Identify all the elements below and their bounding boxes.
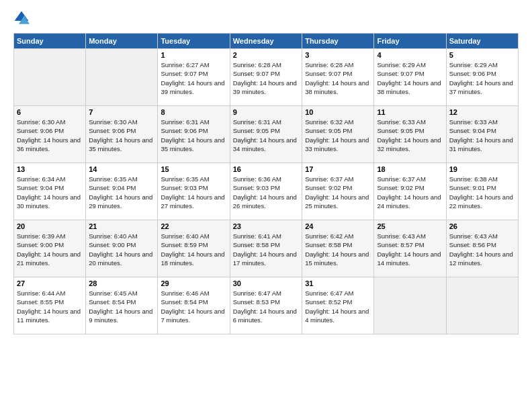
day-info: Sunrise: 6:40 AM Sunset: 9:00 PM Dayligh… [89, 232, 154, 267]
calendar-header-wednesday: Wednesday [230, 34, 302, 49]
day-number: 4 [377, 51, 443, 59]
calendar-cell: 19Sunrise: 6:38 AM Sunset: 9:01 PM Dayli… [446, 163, 518, 220]
day-number: 6 [17, 108, 83, 116]
calendar-cell: 28Sunrise: 6:45 AM Sunset: 8:54 PM Dayli… [86, 277, 158, 334]
day-info: Sunrise: 6:33 AM Sunset: 9:05 PM Dayligh… [377, 118, 443, 153]
day-info: Sunrise: 6:30 AM Sunset: 9:06 PM Dayligh… [89, 118, 154, 153]
day-number: 8 [161, 108, 226, 116]
day-info: Sunrise: 6:28 AM Sunset: 9:07 PM Dayligh… [233, 60, 299, 96]
calendar-cell [446, 277, 518, 334]
day-number: 19 [449, 165, 515, 173]
calendar-week-row: 6Sunrise: 6:30 AM Sunset: 9:06 PM Daylig… [14, 106, 519, 163]
day-number: 24 [305, 222, 371, 230]
day-info: Sunrise: 6:31 AM Sunset: 9:05 PM Dayligh… [233, 118, 299, 153]
calendar-cell [14, 49, 86, 106]
calendar-cell: 7Sunrise: 6:30 AM Sunset: 9:06 PM Daylig… [86, 106, 158, 163]
day-number: 2 [233, 51, 299, 59]
calendar-header-tuesday: Tuesday [158, 34, 230, 49]
day-info: Sunrise: 6:47 AM Sunset: 8:52 PM Dayligh… [305, 289, 371, 324]
calendar-cell: 25Sunrise: 6:43 AM Sunset: 8:57 PM Dayli… [374, 220, 446, 277]
calendar-cell: 13Sunrise: 6:34 AM Sunset: 9:04 PM Dayli… [14, 163, 86, 220]
day-info: Sunrise: 6:29 AM Sunset: 9:07 PM Dayligh… [377, 60, 443, 96]
calendar-header-row: SundayMondayTuesdayWednesdayThursdayFrid… [14, 34, 519, 49]
day-info: Sunrise: 6:42 AM Sunset: 8:58 PM Dayligh… [305, 232, 371, 267]
calendar-cell: 31Sunrise: 6:47 AM Sunset: 8:52 PM Dayli… [302, 277, 374, 334]
day-number: 3 [305, 51, 371, 59]
day-number: 28 [89, 279, 154, 287]
calendar-cell: 4Sunrise: 6:29 AM Sunset: 9:07 PM Daylig… [374, 49, 446, 106]
day-info: Sunrise: 6:37 AM Sunset: 9:02 PM Dayligh… [305, 175, 371, 210]
day-number: 12 [449, 108, 515, 116]
calendar-cell: 1Sunrise: 6:27 AM Sunset: 9:07 PM Daylig… [158, 49, 230, 106]
calendar-cell: 10Sunrise: 6:32 AM Sunset: 9:05 PM Dayli… [302, 106, 374, 163]
day-info: Sunrise: 6:31 AM Sunset: 9:06 PM Dayligh… [161, 118, 226, 153]
calendar-cell: 6Sunrise: 6:30 AM Sunset: 9:06 PM Daylig… [14, 106, 86, 163]
day-number: 16 [233, 165, 299, 173]
day-info: Sunrise: 6:29 AM Sunset: 9:06 PM Dayligh… [449, 60, 515, 96]
calendar-cell: 17Sunrise: 6:37 AM Sunset: 9:02 PM Dayli… [302, 163, 374, 220]
calendar-cell: 20Sunrise: 6:39 AM Sunset: 9:00 PM Dayli… [14, 220, 86, 277]
calendar-cell: 15Sunrise: 6:35 AM Sunset: 9:03 PM Dayli… [158, 163, 230, 220]
calendar-cell: 27Sunrise: 6:44 AM Sunset: 8:55 PM Dayli… [14, 277, 86, 334]
calendar-cell: 21Sunrise: 6:40 AM Sunset: 9:00 PM Dayli… [86, 220, 158, 277]
calendar-header-saturday: Saturday [446, 34, 518, 49]
header [13, 10, 519, 26]
day-info: Sunrise: 6:47 AM Sunset: 8:53 PM Dayligh… [233, 289, 299, 324]
day-info: Sunrise: 6:37 AM Sunset: 9:02 PM Dayligh… [377, 175, 443, 210]
calendar-cell: 23Sunrise: 6:41 AM Sunset: 8:58 PM Dayli… [230, 220, 302, 277]
calendar-cell: 30Sunrise: 6:47 AM Sunset: 8:53 PM Dayli… [230, 277, 302, 334]
day-info: Sunrise: 6:43 AM Sunset: 8:57 PM Dayligh… [377, 232, 443, 267]
calendar-cell: 11Sunrise: 6:33 AM Sunset: 9:05 PM Dayli… [374, 106, 446, 163]
day-number: 9 [233, 108, 299, 116]
calendar-cell: 16Sunrise: 6:36 AM Sunset: 9:03 PM Dayli… [230, 163, 302, 220]
day-info: Sunrise: 6:39 AM Sunset: 9:00 PM Dayligh… [17, 232, 83, 267]
calendar-header-monday: Monday [86, 34, 158, 49]
day-number: 11 [377, 108, 443, 116]
day-number: 17 [305, 165, 371, 173]
day-info: Sunrise: 6:33 AM Sunset: 9:04 PM Dayligh… [449, 118, 515, 153]
day-info: Sunrise: 6:40 AM Sunset: 8:59 PM Dayligh… [161, 232, 226, 267]
day-number: 30 [233, 279, 299, 287]
day-info: Sunrise: 6:30 AM Sunset: 9:06 PM Dayligh… [17, 118, 83, 153]
day-number: 10 [305, 108, 371, 116]
calendar-week-row: 20Sunrise: 6:39 AM Sunset: 9:00 PM Dayli… [14, 220, 519, 277]
day-number: 22 [161, 222, 226, 230]
day-number: 26 [449, 222, 515, 230]
calendar: SundayMondayTuesdayWednesdayThursdayFrid… [13, 33, 519, 334]
day-info: Sunrise: 6:34 AM Sunset: 9:04 PM Dayligh… [17, 175, 83, 210]
calendar-cell: 2Sunrise: 6:28 AM Sunset: 9:07 PM Daylig… [230, 49, 302, 106]
page: SundayMondayTuesdayWednesdayThursdayFrid… [0, 0, 532, 411]
calendar-header-thursday: Thursday [302, 34, 374, 49]
day-number: 7 [89, 108, 154, 116]
day-number: 25 [377, 222, 443, 230]
calendar-cell: 3Sunrise: 6:28 AM Sunset: 9:07 PM Daylig… [302, 49, 374, 106]
day-number: 23 [233, 222, 299, 230]
day-number: 13 [17, 165, 83, 173]
day-number: 1 [161, 51, 226, 59]
day-info: Sunrise: 6:43 AM Sunset: 8:56 PM Dayligh… [449, 232, 515, 267]
calendar-cell [86, 49, 158, 106]
calendar-header-friday: Friday [374, 34, 446, 49]
day-info: Sunrise: 6:41 AM Sunset: 8:58 PM Dayligh… [233, 232, 299, 267]
calendar-cell: 12Sunrise: 6:33 AM Sunset: 9:04 PM Dayli… [446, 106, 518, 163]
calendar-week-row: 13Sunrise: 6:34 AM Sunset: 9:04 PM Dayli… [14, 163, 519, 220]
calendar-cell: 9Sunrise: 6:31 AM Sunset: 9:05 PM Daylig… [230, 106, 302, 163]
day-number: 18 [377, 165, 443, 173]
calendar-cell: 26Sunrise: 6:43 AM Sunset: 8:56 PM Dayli… [446, 220, 518, 277]
day-number: 5 [449, 51, 515, 59]
day-number: 15 [161, 165, 226, 173]
calendar-week-row: 27Sunrise: 6:44 AM Sunset: 8:55 PM Dayli… [14, 277, 519, 334]
calendar-header-sunday: Sunday [14, 34, 86, 49]
calendar-cell: 22Sunrise: 6:40 AM Sunset: 8:59 PM Dayli… [158, 220, 230, 277]
day-number: 14 [89, 165, 154, 173]
calendar-cell: 14Sunrise: 6:35 AM Sunset: 9:04 PM Dayli… [86, 163, 158, 220]
calendar-week-row: 1Sunrise: 6:27 AM Sunset: 9:07 PM Daylig… [14, 49, 519, 106]
calendar-cell: 24Sunrise: 6:42 AM Sunset: 8:58 PM Dayli… [302, 220, 374, 277]
calendar-cell: 8Sunrise: 6:31 AM Sunset: 9:06 PM Daylig… [158, 106, 230, 163]
day-info: Sunrise: 6:32 AM Sunset: 9:05 PM Dayligh… [305, 118, 371, 153]
calendar-cell [374, 277, 446, 334]
logo [13, 10, 32, 26]
day-info: Sunrise: 6:38 AM Sunset: 9:01 PM Dayligh… [449, 175, 515, 210]
logo-icon [13, 10, 30, 26]
calendar-cell: 29Sunrise: 6:46 AM Sunset: 8:54 PM Dayli… [158, 277, 230, 334]
